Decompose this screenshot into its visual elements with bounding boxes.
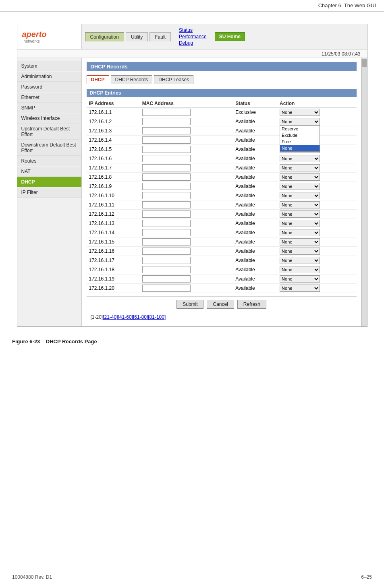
action-select[interactable]: ReserveExcludeFreeNone (280, 248, 320, 255)
action-select[interactable]: ReserveExcludeFreeNone (280, 155, 320, 162)
cell-mac[interactable] (140, 126, 233, 136)
cell-mac[interactable] (140, 256, 233, 265)
cell-action[interactable]: ReserveExcludeFreeNone (277, 210, 356, 219)
cell-action[interactable]: ReserveExcludeFreeNone (277, 256, 356, 265)
pagination-links[interactable]: [21-40][41-60][61-80][81-100] (103, 314, 166, 320)
pagination-link[interactable]: [41-60] (118, 314, 133, 320)
mac-input[interactable] (142, 183, 191, 190)
mac-input[interactable] (142, 257, 191, 264)
action-select[interactable]: ReserveExcludeFreeNone (280, 183, 320, 190)
cell-mac[interactable] (140, 284, 233, 293)
cell-mac[interactable] (140, 145, 233, 154)
mac-input[interactable] (142, 275, 191, 283)
action-select[interactable]: ReserveExcludeFreeNone (280, 238, 320, 246)
pagination-link[interactable]: [61-80] (133, 314, 148, 320)
cell-action[interactable]: ReserveExcludeFreeNone (277, 108, 356, 117)
cell-action[interactable]: ReserveExcludeFreeNone (277, 284, 356, 293)
mac-input[interactable] (142, 146, 191, 153)
action-select[interactable]: ReserveExcludeFreeNone (280, 257, 320, 264)
cell-action[interactable]: ReserveExcludeFreeNone (277, 274, 356, 284)
mac-input[interactable] (142, 285, 191, 292)
scrollbar[interactable] (361, 58, 367, 326)
cell-mac[interactable] (140, 117, 233, 126)
sidebar-item-password[interactable]: Password (17, 82, 81, 92)
sidebar-item-wireless-interface[interactable]: Wireless Interface (17, 113, 81, 124)
action-select[interactable]: ReserveExcludeFreeNone (280, 275, 320, 283)
action-select[interactable]: ReserveExcludeFreeNone (280, 164, 320, 171)
cell-action[interactable]: ReserveExcludeFreeNone (277, 237, 356, 247)
mac-input[interactable] (142, 173, 191, 181)
mac-input[interactable] (142, 136, 191, 144)
cell-action[interactable]: ReserveExcludeFreeNone (277, 191, 356, 200)
sidebar-item-administration[interactable]: Administration (17, 72, 81, 82)
cell-action[interactable]: ReserveExcludeFreeNoneReserveExcludeFree… (277, 117, 356, 126)
mac-input[interactable] (142, 238, 191, 246)
mac-input[interactable] (142, 155, 191, 162)
sidebar-item-routes[interactable]: Routes (17, 156, 81, 166)
sidebar-item-ip-filter[interactable]: IP Filter (17, 188, 81, 198)
sidebar-item-system[interactable]: System (17, 61, 81, 71)
mac-input[interactable] (142, 210, 191, 218)
sidebar-item-dhcp[interactable]: DHCP (17, 177, 81, 187)
cell-action[interactable]: ReserveExcludeFreeNone (277, 219, 356, 228)
cell-mac[interactable] (140, 108, 233, 117)
dropdown-option[interactable]: Exclude (280, 132, 320, 138)
pagination-link[interactable]: [21-40] (103, 314, 118, 320)
cell-mac[interactable] (140, 274, 233, 284)
action-select[interactable]: ReserveExcludeFreeNone (280, 266, 320, 273)
action-select[interactable]: ReserveExcludeFreeNone (280, 192, 320, 199)
cell-action[interactable]: ReserveExcludeFreeNone (277, 200, 356, 210)
scrollbar-thumb[interactable] (362, 59, 367, 67)
action-select[interactable]: ReserveExcludeFreeNone (280, 109, 320, 116)
cell-mac[interactable] (140, 219, 233, 228)
mac-input[interactable] (142, 118, 191, 125)
dropdown-option[interactable]: None (280, 145, 320, 151)
action-select[interactable]: ReserveExcludeFreeNone (280, 201, 320, 208)
mac-input[interactable] (142, 164, 191, 171)
action-select[interactable]: ReserveExcludeFreeNone (280, 173, 320, 181)
tab-btn-dhcp-records[interactable]: DHCP Records (111, 75, 153, 84)
cell-action[interactable]: ReserveExcludeFreeNone (277, 163, 356, 173)
cell-mac[interactable] (140, 265, 233, 274)
action-select[interactable]: ReserveExcludeFreeNone (280, 210, 320, 218)
cell-mac[interactable] (140, 210, 233, 219)
refresh-button[interactable]: Refresh (237, 300, 266, 309)
action-select[interactable]: ReserveExcludeFreeNone (280, 118, 320, 125)
mac-input[interactable] (142, 229, 191, 236)
mac-input[interactable] (142, 248, 191, 255)
action-select[interactable]: ReserveExcludeFreeNone (280, 285, 320, 292)
sidebar-item-nat[interactable]: NAT (17, 167, 81, 177)
mac-input[interactable] (142, 127, 191, 134)
sidebar-item-snmp[interactable]: SNMP (17, 103, 81, 113)
tab-fault[interactable]: Fault (149, 32, 171, 41)
sidebar-item-downstream[interactable]: Downstream Default Best Effort (17, 140, 81, 156)
cell-action[interactable]: ReserveExcludeFreeNone (277, 173, 356, 182)
submit-button[interactable]: Submit (176, 300, 203, 309)
action-select[interactable]: ReserveExcludeFreeNone (280, 229, 320, 236)
pagination-link[interactable]: [81-100] (148, 314, 166, 320)
tab-btn-dhcp[interactable]: DHCP (87, 75, 109, 84)
cell-mac[interactable] (140, 173, 233, 182)
nav-performance[interactable]: Performance (179, 34, 207, 39)
cell-action[interactable]: ReserveExcludeFreeNone (277, 247, 356, 256)
nav-debug[interactable]: Debug (179, 40, 207, 46)
cell-mac[interactable] (140, 154, 233, 163)
tab-utility[interactable]: Utility (126, 32, 148, 41)
action-select[interactable]: ReserveExcludeFreeNone (280, 220, 320, 227)
mac-input[interactable] (142, 109, 191, 116)
su-home-button[interactable]: SU Home (215, 32, 245, 41)
cell-mac[interactable] (140, 200, 233, 210)
cell-mac[interactable] (140, 136, 233, 145)
cell-mac[interactable] (140, 182, 233, 191)
tab-configuration[interactable]: Configuration (85, 32, 124, 41)
cell-action[interactable]: ReserveExcludeFreeNone (277, 182, 356, 191)
cancel-button[interactable]: Cancel (207, 300, 234, 309)
cell-action[interactable]: ReserveExcludeFreeNone (277, 154, 356, 163)
nav-status[interactable]: Status (179, 27, 207, 33)
mac-input[interactable] (142, 192, 191, 199)
cell-mac[interactable] (140, 237, 233, 247)
sidebar-item-upstream[interactable]: Upstream Default Best Effort (17, 124, 81, 140)
tab-btn-dhcp-leases[interactable]: DHCP Leases (154, 75, 193, 84)
cell-mac[interactable] (140, 247, 233, 256)
mac-input[interactable] (142, 266, 191, 273)
